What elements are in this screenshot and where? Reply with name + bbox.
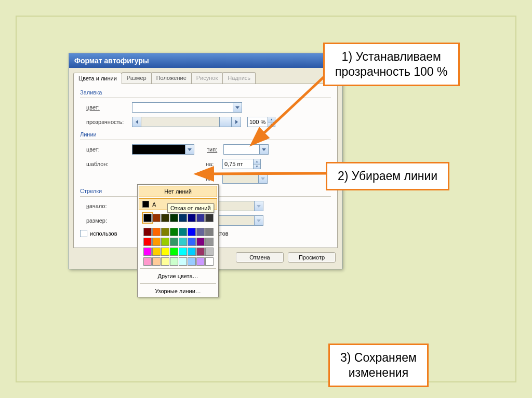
slide-frame: Формат автофигуры Цвета и линии Размер П…	[16, 16, 516, 382]
svg-line-0	[261, 74, 327, 136]
svg-line-1	[209, 173, 328, 174]
callout-1: 1) Устанавливаемпрозрачность 100 %	[323, 43, 460, 86]
callout-3: 3) Сохраняемизменения	[328, 344, 429, 387]
callout-2: 2) Убираем линии	[326, 162, 449, 190]
